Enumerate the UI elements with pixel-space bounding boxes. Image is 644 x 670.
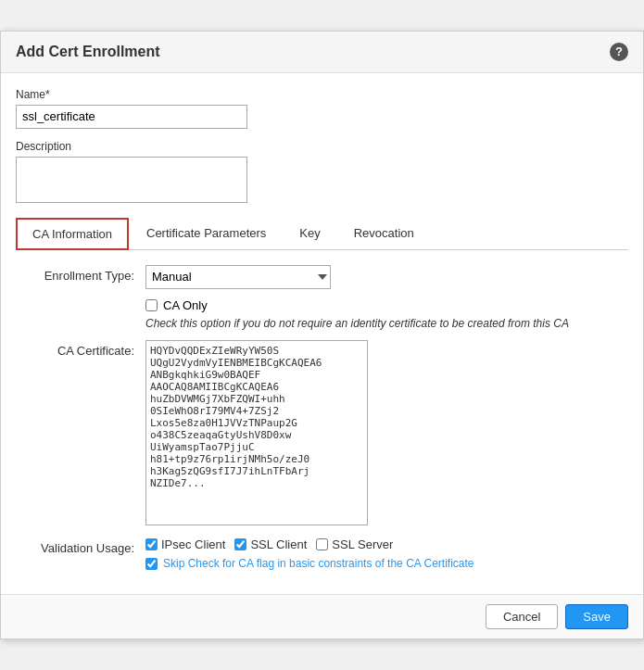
ca-certificate-label: CA Certificate: — [16, 340, 145, 358]
description-input[interactable] — [16, 157, 247, 203]
ipsec-client-checkbox[interactable] — [145, 538, 158, 550]
tab-content-ca-information: Enrollment Type: Manual SCEP EST — [16, 250, 628, 571]
validation-usage-control: IPsec Client SSL Client SSL Server — [145, 537, 628, 570]
description-field-group: Description — [16, 140, 628, 206]
validation-checkboxes-row: IPsec Client SSL Client SSL Server — [145, 537, 628, 551]
skip-check-label: Skip Check for CA flag in basic constrai… — [163, 557, 474, 570]
ssl-client-item: SSL Client — [234, 537, 307, 551]
ca-only-row: CA Only Check this option if you do not … — [16, 298, 628, 332]
tab-revocation[interactable]: Revocation — [338, 218, 430, 250]
tabs-bar: CA Information Certificate Parameters Ke… — [16, 217, 628, 250]
validation-usage-label: Validation Usage: — [16, 537, 145, 555]
tab-certificate-parameters[interactable]: Certificate Parameters — [131, 218, 282, 250]
name-label: Name* — [16, 88, 628, 101]
ipsec-client-item: IPsec Client — [145, 537, 225, 551]
tab-ca-information[interactable]: CA Information — [16, 218, 129, 250]
skip-check-row: Skip Check for CA flag in basic constrai… — [145, 557, 628, 570]
add-cert-enrollment-dialog: Add Cert Enrollment ? Name* Description … — [0, 31, 644, 640]
dialog-wrapper: Add Cert Enrollment ? Name* Description … — [0, 31, 644, 640]
ssl-server-checkbox[interactable] — [316, 538, 328, 550]
ssl-server-item: SSL Server — [316, 537, 393, 551]
dialog-title: Add Cert Enrollment — [16, 44, 160, 60]
enrollment-type-row: Enrollment Type: Manual SCEP EST — [16, 265, 628, 289]
enrollment-type-control: Manual SCEP EST — [145, 265, 628, 289]
ca-only-label: CA Only — [163, 298, 208, 312]
ca-only-info-text: Check this option if you do not require … — [145, 316, 628, 332]
skip-check-checkbox[interactable] — [145, 558, 158, 570]
enrollment-type-select-wrapper: Manual SCEP EST — [145, 265, 331, 289]
dialog-footer: Cancel Save — [1, 594, 643, 638]
ca-only-checkbox[interactable] — [145, 299, 158, 311]
save-button[interactable]: Save — [565, 604, 628, 629]
ca-only-checkbox-row: CA Only — [145, 298, 628, 312]
enrollment-type-select[interactable]: Manual SCEP EST — [145, 265, 331, 289]
dialog-body: Name* Description CA Information Certifi… — [1, 73, 643, 595]
description-label: Description — [16, 140, 628, 153]
ssl-client-checkbox[interactable] — [234, 538, 246, 550]
cancel-button[interactable]: Cancel — [486, 604, 558, 629]
ca-certificate-control: HQYDvQQDExZIeWRyYW50S UQgU2VydmVyIENBMEI… — [145, 340, 628, 528]
ca-only-control: CA Only Check this option if you do not … — [145, 298, 628, 332]
name-field-group: Name* — [16, 88, 628, 129]
ca-certificate-textarea[interactable]: HQYDvQQDExZIeWRyYW50S UQgU2VydmVyIENBMEI… — [145, 340, 368, 525]
name-input[interactable] — [16, 105, 247, 129]
tab-key[interactable]: Key — [284, 218, 335, 250]
ipsec-client-label: IPsec Client — [161, 537, 225, 551]
ca-only-spacer — [16, 298, 145, 302]
validation-usage-row: Validation Usage: IPsec Client SSL Clien… — [16, 537, 628, 570]
ssl-client-label: SSL Client — [250, 537, 307, 551]
dialog-header: Add Cert Enrollment ? — [1, 32, 643, 73]
enrollment-type-label: Enrollment Type: — [16, 265, 145, 283]
ssl-server-label: SSL Server — [332, 537, 393, 551]
ca-certificate-row: CA Certificate: HQYDvQQDExZIeWRyYW50S UQ… — [16, 340, 628, 528]
help-icon[interactable]: ? — [610, 43, 628, 61]
